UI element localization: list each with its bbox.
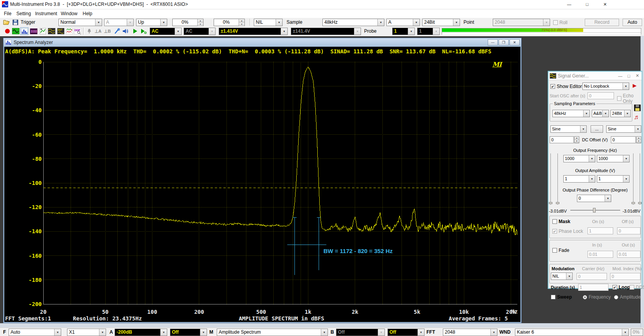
- phase-lock-checkbox[interactable]: ✔ Phase Lock: [552, 229, 583, 234]
- menu-window[interactable]: Window: [59, 11, 79, 17]
- loopback-select[interactable]: No Loopback▼: [582, 83, 629, 90]
- siggen-channels-select[interactable]: A&B▼: [592, 110, 609, 117]
- save-icon[interactable]: [11, 18, 19, 26]
- spectrum-minimize-button[interactable]: —: [488, 39, 498, 46]
- spectrum-window-title-bar[interactable]: Spectrum Analyzer — ❐ ✕: [4, 38, 521, 47]
- mask-checkbox[interactable]: Mask: [552, 219, 570, 224]
- spectrum-close-button[interactable]: ✕: [510, 39, 520, 46]
- siggen-minimize-button[interactable]: —: [616, 74, 625, 78]
- sample-channel-select[interactable]: A▼: [386, 19, 420, 26]
- frequency-b-select[interactable]: 1000▼: [597, 155, 630, 162]
- menu-file[interactable]: File: [2, 11, 13, 17]
- waveform-b-select[interactable]: Sine▼: [606, 125, 641, 133]
- carrier-input[interactable]: 0: [577, 273, 607, 280]
- ground-a-icon[interactable]: ⊥A: [94, 27, 102, 35]
- amplitude-b-select[interactable]: 1▼: [597, 175, 630, 183]
- coupling-a-select[interactable]: AC▼: [150, 28, 182, 35]
- counter-bell-icon[interactable]: [85, 27, 93, 35]
- dut-icon[interactable]: DUT: [57, 27, 65, 35]
- title-bar[interactable]: Multi-Instrument Pro 3.8 - [+3DP+DLG+LCR…: [0, 0, 644, 9]
- probe-calibration-icon[interactable]: [113, 27, 121, 35]
- overlap-select[interactable]: 0%: [631, 329, 643, 336]
- range-b-select[interactable]: ±141.4V▼: [291, 28, 361, 35]
- amplitude-slider-b1[interactable]: [632, 153, 635, 205]
- run-single-icon[interactable]: [139, 27, 147, 35]
- balance-slider[interactable]: [570, 208, 620, 213]
- menu-instrument[interactable]: Instrument: [34, 11, 59, 17]
- trigger-delay-spinner[interactable]: 0% ▲▼: [214, 19, 245, 26]
- echo-only-checkbox[interactable]: Echo Only: [617, 93, 642, 104]
- trigger-edge-select[interactable]: Up▼: [136, 19, 167, 26]
- auto-button[interactable]: Auto: [623, 19, 642, 26]
- show-editor-checkbox[interactable]: ✔ Show Editor: [550, 84, 582, 89]
- modulation-select[interactable]: NIL▼: [551, 273, 573, 280]
- roll-checkbox[interactable]: Roll: [553, 20, 568, 25]
- amplitude-slider-a1[interactable]: [549, 153, 552, 205]
- frequency-a-select[interactable]: 1000▼: [563, 155, 595, 162]
- dc-offset-a-spinner[interactable]: ▲▼: [574, 136, 579, 143]
- mask-off-input[interactable]: 0: [617, 227, 640, 234]
- trigger-mode-select[interactable]: Normal▼: [58, 19, 102, 26]
- fade-out-input[interactable]: 0.01: [617, 251, 640, 258]
- dds-checkbox[interactable]: DDS: [630, 285, 644, 290]
- range-a-select[interactable]: ±1.414V▼: [219, 28, 288, 35]
- oscilloscope-icon[interactable]: [3, 27, 11, 35]
- run-icon[interactable]: [131, 27, 139, 35]
- duration-input[interactable]: 1: [578, 284, 609, 291]
- window-function-select[interactable]: Kaiser 6▼: [515, 329, 629, 336]
- menu-help[interactable]: Help: [81, 11, 94, 17]
- sample-rate-select[interactable]: 48kHz▼: [322, 19, 384, 26]
- ddp-viewer-icon[interactable]: DDP: [74, 27, 82, 35]
- spectrum-analyzer-icon[interactable]: [20, 27, 28, 35]
- speaker-icon[interactable]: [121, 27, 129, 35]
- sample-bits-select[interactable]: 24Bit▼: [422, 19, 460, 26]
- sweep-amplitude-radio[interactable]: Amplitude: [614, 294, 640, 300]
- spectrum-chart[interactable]: 0-20-40-60-80-100-120-140-160-180-200205…: [4, 56, 520, 322]
- coupling-b-select[interactable]: AC▼: [184, 28, 216, 35]
- spectrum-maximize-button[interactable]: ❐: [499, 39, 509, 46]
- dc-offset-b-input[interactable]: 0: [611, 136, 636, 143]
- siggen-bits-select[interactable]: 24Bit▼: [610, 110, 631, 117]
- point-count-select[interactable]: 2048▼: [493, 19, 550, 26]
- start-osc-input[interactable]: 0: [587, 92, 614, 99]
- loop-checkbox[interactable]: ✔ Loop: [612, 285, 630, 290]
- minimize-button[interactable]: —: [564, 0, 575, 9]
- siggen-close-button[interactable]: ✕: [633, 73, 642, 78]
- trigger-hpf-select[interactable]: NIL▼: [254, 19, 283, 26]
- siggen-sample-rate-select[interactable]: 48kHz▼: [552, 110, 590, 117]
- range-b-db-select[interactable]: Off▼: [336, 329, 385, 336]
- waveform-a-select[interactable]: Sine▼: [550, 125, 587, 133]
- dc-offset-a-input[interactable]: 0: [550, 136, 574, 143]
- siggen-maximize-button[interactable]: □: [625, 74, 633, 78]
- spinner-arrows-icon[interactable]: ▲▼: [239, 19, 244, 26]
- dc-offset-b-spinner[interactable]: ▲▼: [636, 136, 641, 143]
- ref-a-select[interactable]: Off▼: [170, 329, 207, 336]
- siggen-start-icon[interactable]: ▶: [633, 83, 637, 88]
- siggen-note-button[interactable]: ♬: [634, 114, 640, 121]
- display-mode-select[interactable]: Amplitude Spectrum▼: [217, 329, 328, 336]
- close-button[interactable]: ✕: [600, 0, 610, 9]
- range-a-db-select[interactable]: -200dB▼: [115, 329, 167, 336]
- siggen-title-bar[interactable]: Signal Gener... — □ ✕: [548, 72, 642, 80]
- ref-b-select[interactable]: Off▼: [387, 329, 425, 336]
- fade-in-input[interactable]: 0.01: [587, 251, 613, 258]
- mask-on-input[interactable]: 1: [587, 227, 613, 234]
- siggen-save-button[interactable]: [634, 104, 641, 112]
- derived-data-icon[interactable]: [65, 27, 73, 35]
- probe-a-select[interactable]: 1▼: [392, 28, 415, 35]
- multimeter-icon[interactable]: 888: [30, 27, 38, 35]
- spectrum-plot[interactable]: 0-20-40-60-80-100-120-140-160-180-200205…: [4, 56, 520, 322]
- amplitude-slider-a2[interactable]: [556, 153, 559, 205]
- trigger-source-select[interactable]: A▼: [104, 19, 134, 26]
- signal-generator-icon[interactable]: [12, 27, 20, 35]
- maximize-button[interactable]: □: [582, 0, 593, 9]
- amplitude-slider-b2[interactable]: [638, 153, 642, 205]
- sweep-checkbox[interactable]: Sweep: [551, 294, 572, 300]
- fade-checkbox[interactable]: Fade: [552, 248, 569, 253]
- amplitude-a-select[interactable]: 1▼: [563, 175, 595, 183]
- frequency-axis-select[interactable]: Auto▼: [9, 329, 61, 336]
- zoom-select[interactable]: X1▼: [67, 329, 106, 336]
- device-test-plan-icon[interactable]: [39, 27, 47, 35]
- spinner-arrows-icon[interactable]: ▲▼: [197, 19, 203, 26]
- waveform-more-button[interactable]: ...: [591, 125, 603, 133]
